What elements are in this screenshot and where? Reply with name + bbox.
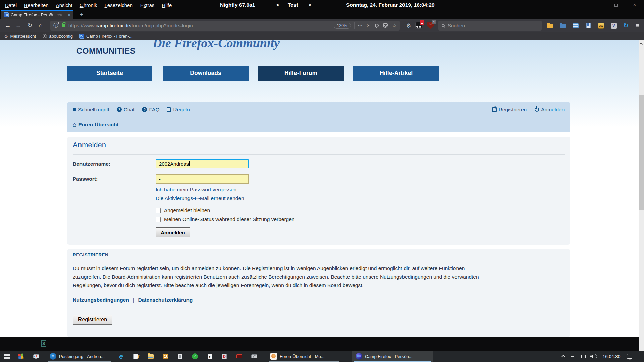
tab-close-icon[interactable]: × — [68, 12, 71, 18]
sync-icon[interactable]: ↻ — [622, 22, 630, 30]
sidebar-shape — [573, 23, 579, 28]
tray-clock[interactable]: 16:04:30 — [600, 351, 623, 362]
password-label: Passwort: — [73, 176, 98, 182]
bookmark-page-icon[interactable] — [584, 22, 592, 30]
home-icon[interactable]: ⌂ — [36, 21, 45, 30]
menu-chronik[interactable]: Chronik — [76, 2, 101, 8]
menu-lesezeichen[interactable]: Lesezeichen — [101, 2, 137, 8]
link-registrieren[interactable]: Registrieren — [492, 107, 527, 113]
menu-datei[interactable]: Datei — [1, 2, 20, 8]
divider — [73, 261, 565, 261]
zoom-level-indicator[interactable]: 120% — [334, 23, 351, 29]
menu-extras[interactable]: Extras — [137, 2, 158, 8]
username-label: Benutzername: — [73, 161, 110, 167]
start-button[interactable] — [4, 354, 10, 359]
link-chat[interactable]: ?Chat — [117, 107, 135, 113]
new-tab-button[interactable]: + — [76, 10, 87, 19]
notes-pencil-icon[interactable] — [131, 353, 140, 360]
css-extension-icon[interactable]: CSS — [597, 22, 605, 30]
register-heading: REGISTRIEREN — [73, 252, 108, 257]
camera-icon[interactable] — [250, 353, 258, 360]
downloads-open-folder-icon[interactable] — [546, 22, 554, 30]
sidebar-toggle-icon[interactable] — [572, 22, 580, 30]
link-regeln[interactable]: Regeln — [167, 107, 190, 113]
task-label: Posteingang - Andrea... — [59, 354, 105, 359]
mozilla-icon — [270, 353, 277, 360]
breadcrumb-foren-uebersicht[interactable]: Foren-Übersicht — [78, 122, 119, 128]
page-scrollbar[interactable] — [639, 40, 644, 351]
https-lock-icon[interactable] — [62, 24, 65, 27]
menu-hilfe[interactable]: Hilfe — [158, 2, 175, 8]
nutzungsbedingungen-link[interactable]: Nutzungsbedingungen — [73, 297, 129, 303]
speaker-icon[interactable] — [589, 351, 598, 362]
url-text[interactable]: https://www.camp-firefox.de/forum/ucp.ph… — [68, 23, 193, 28]
back-icon[interactable]: ← — [3, 21, 12, 30]
scrollbar-thumb[interactable] — [639, 95, 644, 210]
ublock-shield-icon[interactable]: u 1 — [427, 22, 434, 29]
settings-gear-icon[interactable]: ⚙ — [405, 22, 413, 30]
hide-online-status-checkbox[interactable] — [156, 217, 161, 222]
bookmark-star-icon[interactable]: ☆ — [392, 22, 397, 29]
reload-icon[interactable]: ↻ — [25, 21, 34, 30]
v-extension-icon[interactable]: V — [610, 22, 618, 30]
nav-button-hilfe-artikel[interactable]: Hilfe-Artikel — [353, 66, 439, 81]
url-bar[interactable]: ⓘ https://www.camp-firefox.de/forum/ucp.… — [50, 21, 400, 31]
menu-ansicht[interactable]: Ansicht — [52, 2, 76, 8]
menu-bearbeiten[interactable]: Bearbeiten — [20, 2, 52, 8]
keepass-key-icon[interactable] — [161, 353, 170, 360]
hamburger-menu-icon[interactable]: ≡ — [633, 22, 641, 30]
bookmark-meistbesucht[interactable]: ⚙ Meistbesucht — [4, 34, 36, 39]
colorful-app-icon[interactable] — [17, 353, 25, 360]
home-icon: ⌂ — [73, 122, 76, 127]
close-button[interactable]: × — [625, 0, 644, 10]
password-field[interactable]: ● — [156, 174, 249, 184]
action-center-button[interactable] — [625, 351, 635, 362]
d-tool-icon[interactable]: D — [220, 353, 229, 360]
card-game-icon[interactable]: ♠ — [205, 353, 214, 360]
show-hidden-icons-button[interactable] — [559, 351, 567, 362]
resend-activation-link[interactable]: Die Aktivierungs-E-Mail erneut senden — [156, 195, 244, 201]
antivirus-check-icon[interactable]: ✓ — [191, 353, 199, 360]
lightbulb-icon[interactable] — [375, 24, 379, 27]
search-bar[interactable]: Suchen — [438, 21, 542, 31]
task-camp-firefox[interactable]: Camp Firefox - Persön... — [352, 351, 433, 362]
scrollbar-up-arrow-icon[interactable] — [640, 43, 643, 46]
tab-camp-firefox[interactable]: Fx Camp Firefox - Persönlicher × — [1, 10, 73, 19]
task-foren-uebersicht[interactable]: Foren-Übersicht - Mo... — [267, 351, 341, 362]
register-button[interactable]: Registrieren — [73, 315, 112, 325]
footer-s-icon[interactable]: S — [41, 340, 46, 347]
task-thunderbird[interactable]: ✉ Posteingang - Andrea... — [46, 351, 113, 362]
presentation-monitor-icon[interactable] — [32, 353, 40, 360]
folder-shape — [560, 24, 566, 28]
nav-button-startseite[interactable]: Startseite — [67, 66, 152, 81]
pocket-icon[interactable] — [383, 23, 388, 28]
username-field[interactable]: 2002Andreas — [156, 159, 249, 168]
tab-bar: Fx Camp Firefox - Persönlicher × + — [0, 10, 644, 19]
bookmark-camp-firefox[interactable]: Fx Camp Firefox - Foren-... — [79, 34, 133, 39]
red-monitor-icon[interactable] — [235, 353, 244, 360]
minimize-button[interactable] — [588, 0, 606, 10]
remember-me-checkbox[interactable] — [156, 208, 161, 213]
edge-icon[interactable]: e — [117, 353, 125, 360]
link-schnellzugriff[interactable]: ≡Schnellzugriff — [73, 106, 109, 113]
datenschutz-link[interactable]: Datenschutzerklärung — [138, 297, 193, 303]
site-info-icon[interactable]: ⓘ — [53, 23, 58, 29]
page-actions-icon[interactable]: ••• — [358, 24, 363, 28]
battery-icon[interactable] — [568, 351, 577, 362]
network-icon[interactable] — [579, 351, 588, 362]
link-anmelden[interactable]: Anmelden — [535, 107, 565, 113]
login-submit-button[interactable]: Anmelden — [156, 227, 190, 237]
notepad-icon[interactable] — [176, 353, 184, 360]
restore-button[interactable] — [606, 0, 625, 10]
file-explorer-icon[interactable] — [146, 353, 155, 360]
screenshot-scissors-icon[interactable]: ✂ — [367, 23, 371, 29]
link-faq[interactable]: ?FAQ — [142, 107, 159, 113]
extension-glasses-icon[interactable]: 1 — [415, 22, 422, 29]
bookmark-about-config[interactable]: about:config — [43, 34, 73, 39]
nav-button-downloads[interactable]: Downloads — [163, 66, 249, 81]
forgot-password-link[interactable]: Ich habe mein Passwort vergessen — [156, 187, 236, 193]
forward-icon[interactable]: → — [14, 21, 23, 30]
power-icon — [535, 107, 539, 112]
nav-button-hilfe-forum[interactable]: Hilfe-Forum — [258, 66, 344, 81]
library-folder-icon[interactable] — [559, 22, 567, 30]
